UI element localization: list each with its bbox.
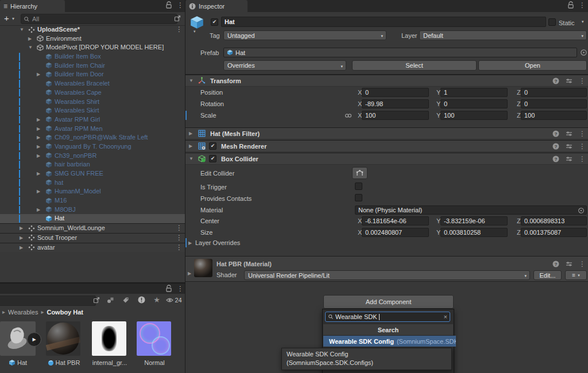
layer-overrides-row[interactable]: ▶ Layer Overrides — [185, 238, 588, 248]
foldout-arrow[interactable]: ▶ — [20, 224, 23, 233]
scale-y-field[interactable]: 100 — [440, 111, 508, 120]
hierarchy-row[interactable]: Wearables Bracelet — [0, 79, 185, 88]
foldout-arrow[interactable]: ▶ — [37, 142, 40, 151]
mesh-filter-header[interactable]: ▶ Hat (Mesh Filter) ? ⋮ — [185, 127, 588, 139]
create-add-button[interactable]: + — [4, 13, 9, 23]
hierarchy-row[interactable]: ▶avatar⋮ — [0, 243, 185, 252]
hierarchy-row[interactable]: hat — [0, 178, 185, 188]
kebab-menu-icon[interactable]: ⋮ — [579, 143, 583, 149]
project-search-input[interactable] — [0, 296, 96, 306]
kebab-menu-icon[interactable]: ⋮ — [579, 78, 583, 84]
kebab-menu-icon[interactable]: ⋮ — [579, 131, 583, 137]
transform-header[interactable]: ▼ Transform ? ⋮ — [185, 75, 588, 87]
kebab-menu-icon[interactable]: ⋮ — [176, 26, 180, 32]
hierarchy-row[interactable]: M16 — [0, 196, 185, 205]
kebab-menu-icon[interactable]: ⋮ — [579, 156, 583, 162]
foldout-arrow[interactable]: ▶ — [37, 187, 40, 196]
hierarchy-row[interactable]: ▶Builder Item Door — [0, 70, 185, 79]
static-checkbox[interactable] — [548, 18, 556, 26]
presets-icon[interactable] — [566, 156, 572, 162]
add-component-button[interactable]: Add Component — [323, 295, 454, 309]
hierarchy-row[interactable]: ▶Scout Trooper⋮ — [0, 233, 185, 243]
presets-icon[interactable] — [566, 143, 572, 150]
clear-search-icon[interactable]: × — [444, 313, 447, 320]
hierarchy-row[interactable]: ▶M8OBJ — [0, 205, 185, 215]
visibility-toggle[interactable]: 24 — [164, 295, 184, 305]
hierarchy-row[interactable]: ▶Ch39_nonPBR — [0, 151, 185, 161]
filter-by-type-icon[interactable] — [103, 295, 117, 305]
foldout-arrow[interactable]: ▶ — [37, 133, 40, 142]
kebab-menu-icon[interactable]: ⋮ — [176, 244, 180, 250]
help-icon[interactable]: ? — [552, 130, 559, 137]
kebab-menu-icon[interactable]: ⋮ — [176, 235, 180, 240]
provides-contacts-checkbox[interactable] — [355, 194, 362, 201]
tab-hierarchy[interactable]: ≡ Hierarchy — [0, 0, 65, 12]
tab-inspector[interactable]: Inspector — [185, 0, 247, 12]
foldout-arrow[interactable]: ▶ — [189, 143, 195, 149]
kebab-menu-icon[interactable]: ⋮ — [579, 261, 583, 267]
presets-icon[interactable] — [566, 261, 572, 267]
size-x-field[interactable]: 0.002480807 — [362, 228, 429, 237]
foldout-arrow[interactable]: ▼ — [189, 78, 195, 83]
hierarchy-row[interactable]: Builder Item Chair — [0, 61, 185, 71]
foldout-arrow[interactable]: ▼ — [20, 25, 24, 34]
select-button[interactable]: Select — [352, 60, 477, 71]
box-collider-header[interactable]: ▼ ✔ Box Collider ? ⋮ — [185, 153, 588, 165]
physic-material-field[interactable]: None (Physic Material) — [355, 205, 587, 215]
scale-x-field[interactable]: 100 — [362, 111, 429, 120]
hierarchy-search-input[interactable]: All — [21, 14, 177, 24]
is-trigger-checkbox[interactable] — [355, 182, 362, 190]
box-collider-enabled-checkbox[interactable]: ✔ — [209, 155, 216, 162]
hierarchy-row[interactable]: Wearables Cape — [0, 88, 185, 98]
rotation-x-field[interactable]: -89.98 — [362, 99, 429, 108]
center-z-field[interactable]: 0.0006898313 — [521, 216, 587, 226]
rotation-y-field[interactable]: 0 — [440, 99, 508, 108]
unlock-icon[interactable] — [166, 1, 172, 9]
component-search-input[interactable]: Wearable SDK × — [325, 312, 450, 322]
position-z-field[interactable]: 0 — [521, 88, 587, 97]
kebab-menu-icon[interactable]: ⋮ — [177, 286, 181, 292]
unlock-icon[interactable] — [166, 285, 172, 292]
hierarchy-row[interactable]: ▶SMG GUN FREE — [0, 169, 185, 178]
hierarchy-row[interactable]: Wearables Shirt — [0, 98, 185, 107]
object-picker-icon[interactable] — [580, 49, 587, 56]
filter-by-label-icon[interactable] — [119, 295, 133, 305]
hierarchy-row[interactable]: ▼ModelPivot [DROP YOUR MODEL HERE] — [0, 43, 185, 52]
center-x-field[interactable]: -6.181654e-06 — [362, 216, 429, 226]
link-scale-icon[interactable] — [345, 112, 352, 119]
hierarchy-row[interactable]: ▶Somnium_WorldLounge⋮ — [0, 223, 185, 233]
chevron-down-icon[interactable]: ▾ — [194, 29, 196, 34]
foldout-arrow[interactable]: ▶ — [20, 234, 23, 243]
foldout-arrow[interactable]: ▶ — [189, 131, 195, 136]
open-new-window-icon[interactable] — [174, 15, 181, 22]
foldout-arrow[interactable]: ▶ — [37, 125, 40, 134]
foldout-arrow[interactable]: ▶ — [20, 243, 23, 252]
hierarchy-row[interactable]: ▶Ch09_nonPBR@Walk Strafe Left — [0, 133, 185, 142]
hierarchy-row[interactable]: Builder Item Box — [0, 52, 185, 61]
edit-collider-button[interactable] — [352, 167, 368, 179]
foldout-arrow[interactable]: ▶ — [37, 169, 40, 178]
overrides-dropdown[interactable]: Overrides ▾ — [223, 60, 346, 71]
prefab-object-field[interactable]: Hat — [223, 48, 577, 57]
hierarchy-row[interactable]: Hat — [0, 214, 185, 223]
asset-preview-play-button[interactable]: ▶ — [27, 332, 41, 347]
hierarchy-row[interactable]: hair barbrian — [0, 160, 185, 169]
shader-edit-button[interactable]: Edit... — [533, 270, 562, 280]
help-icon[interactable]: ? — [552, 261, 559, 267]
position-y-field[interactable]: 1 — [440, 88, 508, 97]
hierarchy-row[interactable]: ▼UploadScene*⋮ — [0, 25, 185, 34]
foldout-arrow[interactable]: ▶ — [37, 205, 40, 215]
rotation-z-field[interactable]: 0 — [521, 99, 587, 108]
material-menu-button[interactable]: ≡ ▾ — [565, 270, 587, 280]
size-y-field[interactable]: 0.003810258 — [440, 228, 508, 237]
help-icon[interactable]: ? — [552, 143, 559, 150]
open-button[interactable]: Open — [478, 60, 587, 71]
object-picker-icon[interactable] — [578, 207, 585, 214]
foldout-arrow[interactable]: ▶ — [37, 115, 40, 125]
size-z-field[interactable]: 0.001375087 — [521, 228, 587, 237]
hierarchy-row[interactable]: ▶HumanM_Model — [0, 187, 185, 196]
kebab-menu-icon[interactable]: ⋮ — [176, 225, 180, 231]
foldout-arrow[interactable]: ▶ — [37, 70, 40, 79]
mesh-renderer-header[interactable]: ▶ ✔ Mesh Renderer ? ⋮ — [185, 140, 588, 152]
foldout-arrow[interactable]: ▶ — [188, 240, 194, 246]
